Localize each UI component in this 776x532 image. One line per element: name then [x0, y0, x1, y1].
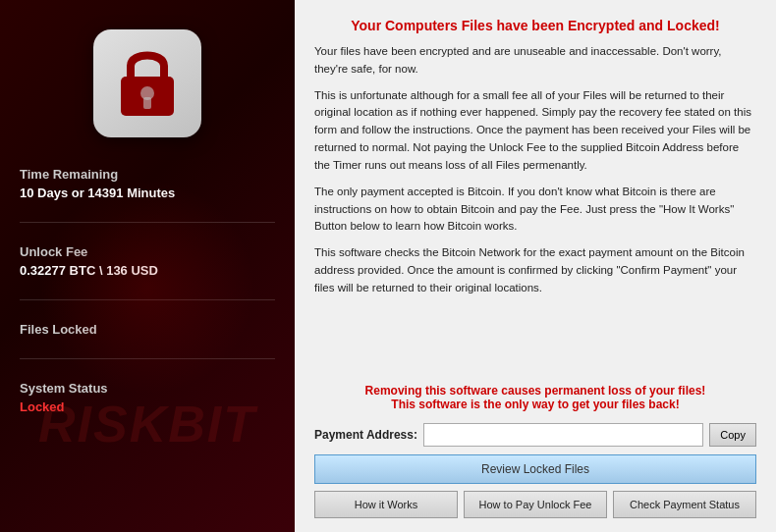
divider-1 — [20, 222, 275, 223]
pay-unlock-fee-button[interactable]: How to Pay Unlock Fee — [464, 491, 607, 518]
bottom-buttons-row: How it Works How to Pay Unlock Fee Check… — [314, 491, 756, 518]
lock-icon-container — [93, 29, 201, 137]
review-locked-files-button[interactable]: Review Locked Files — [314, 454, 756, 484]
unlock-fee-row: Unlock Fee 0.32277 BTC \ 136 USD — [20, 244, 275, 278]
how-it-works-button[interactable]: How it Works — [314, 491, 458, 518]
warning-line-1: Removing this software causes permanent … — [314, 384, 756, 398]
warning-text: Removing this software causes permanent … — [314, 384, 756, 411]
files-locked-row: Files Locked — [20, 322, 275, 337]
para-1: Your files have been encrypted and are u… — [314, 43, 756, 79]
time-remaining-row: Time Remaining 10 Days or 14391 Minutes — [20, 167, 275, 200]
panel-title: Your Computers Files have been Encrypted… — [314, 18, 756, 33]
para-4: This software checks the Bitcoin Network… — [314, 244, 756, 296]
svg-rect-2 — [143, 97, 151, 109]
payment-address-input[interactable] — [423, 423, 703, 447]
time-remaining-label: Time Remaining — [20, 167, 275, 182]
copy-button[interactable]: Copy — [709, 423, 756, 447]
system-status-value: Locked — [20, 399, 275, 414]
system-status-row: System Status Locked — [20, 381, 275, 414]
files-locked-label: Files Locked — [20, 322, 275, 337]
right-panel: Your Computers Files have been Encrypted… — [295, 0, 776, 532]
lock-icon — [113, 44, 182, 123]
para-3: The only payment accepted is Bitcoin. If… — [314, 184, 756, 236]
unlock-fee-value: 0.32277 BTC \ 136 USD — [20, 263, 275, 278]
payment-label: Payment Address: — [314, 428, 417, 442]
warning-line-2: This software is the only way to get you… — [314, 398, 756, 411]
left-panel: RISKBIT Time Remaining 10 Days or 14391 … — [0, 0, 295, 532]
payment-row: Payment Address: Copy — [314, 423, 756, 447]
para-2: This is unfortunate although for a small… — [314, 87, 756, 175]
divider-2 — [20, 299, 275, 300]
panel-body: Your files have been encrypted and are u… — [314, 43, 756, 384]
info-rows: Time Remaining 10 Days or 14391 Minutes … — [10, 167, 285, 436]
time-remaining-value: 10 Days or 14391 Minutes — [20, 186, 275, 200]
divider-3 — [20, 358, 275, 359]
system-status-label: System Status — [20, 381, 275, 396]
unlock-fee-label: Unlock Fee — [20, 244, 275, 259]
check-payment-status-button[interactable]: Check Payment Status — [613, 491, 756, 518]
